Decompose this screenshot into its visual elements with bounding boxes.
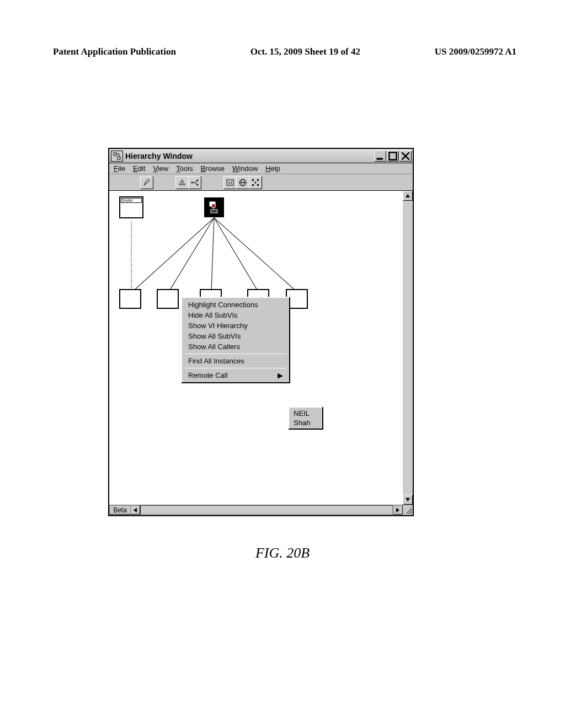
tree-node-root-vi-icon[interactable] [204, 197, 224, 217]
scroll-down-button[interactable] [403, 495, 413, 505]
svg-line-26 [132, 218, 214, 292]
toolbar: VI [109, 174, 413, 191]
menu-item-show-callers[interactable]: Show All Callers [184, 341, 287, 352]
svg-line-29 [214, 218, 258, 292]
context-menu: Highlight Connections Hide All SubVIs Sh… [181, 297, 290, 383]
remote-call-submenu: NEIL Shah [288, 406, 323, 430]
hierarchy-canvas[interactable]: SHAH Highlight Connections Hide All SubV… [109, 191, 403, 505]
resize-grip-icon[interactable] [403, 505, 413, 515]
svg-rect-5 [389, 152, 396, 159]
menu-item-hide-subvis[interactable]: Hide All SubVIs [184, 310, 287, 320]
svg-line-27 [169, 218, 214, 292]
svg-line-28 [211, 218, 214, 292]
menu-item-show-subvis[interactable]: Show All SubVIs [184, 331, 287, 341]
status-label: Beta [109, 505, 130, 515]
vi-icon[interactable]: VI [223, 176, 237, 189]
menu-browse[interactable]: Browse [201, 164, 225, 173]
svg-rect-33 [211, 210, 217, 213]
svg-point-24 [255, 181, 257, 183]
svg-rect-32 [212, 204, 215, 207]
scroll-left-button[interactable] [130, 505, 140, 515]
menu-item-remote-call[interactable]: Remote Call ▶ [184, 370, 287, 381]
chevron-right-icon: ▶ [278, 371, 283, 379]
svg-line-36 [408, 510, 412, 514]
app-icon [111, 151, 123, 162]
menu-item-find-instances[interactable]: Find All Instances [184, 356, 287, 366]
menubar: File Edit View Tools Browse Window Help [109, 163, 413, 174]
scroll-track[interactable] [403, 201, 413, 495]
window-title: Hierarchy Window [125, 152, 374, 160]
svg-rect-22 [252, 184, 254, 186]
menu-separator [185, 354, 286, 354]
submenu-item-shah[interactable]: Shah [290, 418, 321, 427]
menu-tools[interactable]: Tools [176, 164, 193, 173]
scroll-right-button[interactable] [393, 505, 403, 515]
menu-item-highlight[interactable]: Highlight Connections [184, 299, 287, 310]
fork-icon[interactable] [188, 176, 201, 189]
paintbrush-icon[interactable] [140, 176, 153, 189]
scroll-up-button[interactable] [403, 191, 413, 201]
svg-point-14 [191, 181, 193, 183]
menu-help[interactable]: Help [265, 164, 280, 173]
svg-point-12 [197, 179, 199, 181]
tree-node[interactable] [157, 289, 179, 309]
svg-rect-21 [257, 179, 259, 181]
menu-item-show-hierarchy[interactable]: Show VI Hierarchy [184, 320, 287, 331]
menu-separator [185, 368, 286, 368]
menu-file[interactable]: File [114, 164, 125, 173]
node-label: SHAH [121, 198, 142, 203]
triangle-icon[interactable] [175, 176, 189, 189]
docnum-label: US 2009/0259972 A1 [435, 46, 516, 57]
tree-node[interactable] [119, 289, 141, 309]
svg-rect-0 [114, 153, 116, 156]
client-area: SHAH Highlight Connections Hide All SubV… [109, 191, 413, 505]
statusbar: Beta [109, 505, 413, 515]
menu-view[interactable]: View [153, 164, 168, 173]
vertical-scrollbar[interactable] [403, 191, 413, 505]
pub-label: Patent Application Publication [53, 46, 176, 57]
menu-window[interactable]: Window [232, 164, 258, 173]
sheet-label: Oct. 15, 2009 Sheet 19 of 42 [250, 46, 360, 57]
maximize-button[interactable] [387, 151, 399, 162]
arrows-icon[interactable] [249, 176, 262, 189]
globe-icon[interactable] [236, 176, 249, 189]
svg-line-30 [214, 218, 297, 292]
figure-caption: FIG. 20B [0, 545, 565, 561]
submenu-item-neil[interactable]: NEIL [290, 409, 321, 418]
svg-rect-23 [257, 184, 259, 186]
minimize-button[interactable] [374, 151, 386, 162]
titlebar[interactable]: Hierarchy Window [109, 149, 413, 163]
svg-point-13 [197, 184, 199, 185]
close-button[interactable] [399, 151, 412, 162]
svg-rect-20 [252, 179, 254, 181]
menu-edit[interactable]: Edit [133, 164, 145, 173]
page-header: Patent Application Publication Oct. 15, … [53, 46, 516, 57]
svg-point-8 [182, 183, 183, 184]
svg-line-37 [411, 512, 412, 514]
tree-node-root-left[interactable]: SHAH [119, 196, 143, 218]
svg-rect-1 [118, 157, 120, 159]
hierarchy-window: Hierarchy Window File Edit View Tools Br… [108, 148, 414, 516]
hscroll-track[interactable] [140, 505, 393, 515]
svg-text:VI: VI [228, 180, 232, 185]
